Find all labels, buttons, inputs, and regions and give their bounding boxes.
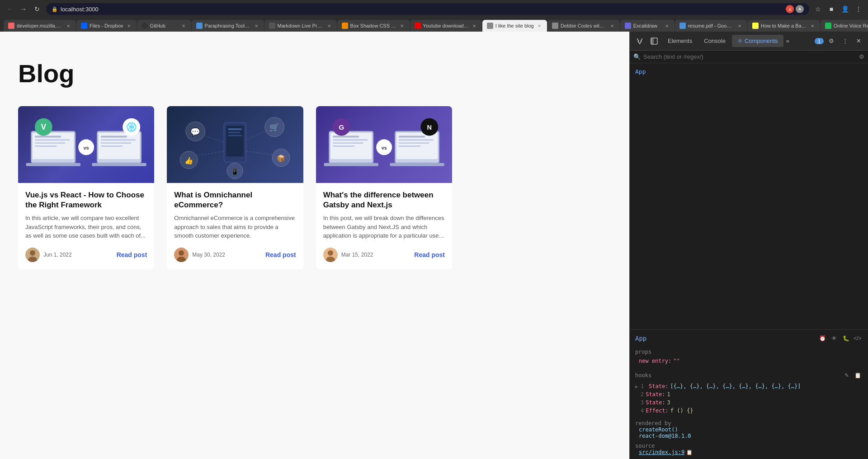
- blog-grid: V vs: [18, 106, 452, 269]
- tab-excalidraw[interactable]: Excalidraw ✕: [620, 20, 675, 32]
- svg-text:👍: 👍: [184, 156, 193, 165]
- tab-close-boxshadow[interactable]: ✕: [399, 23, 405, 29]
- tab-close-paraphrase[interactable]: ✕: [253, 23, 259, 29]
- tab-close-markdown[interactable]: ✕: [326, 23, 332, 29]
- tab-close-siteblog[interactable]: ✕: [536, 23, 542, 29]
- dt-hooks-header: hooks ✎ 📋: [630, 369, 868, 382]
- tab-close-resume[interactable]: ✕: [736, 23, 743, 29]
- svg-line-43: [198, 151, 224, 156]
- card-title-3: What's the difference between Gatsby and…: [323, 190, 445, 210]
- svg-rect-15: [101, 139, 136, 141]
- dt-tree-app[interactable]: App: [630, 67, 868, 76]
- nav-buttons: ← → ↻: [4, 3, 43, 15]
- devtools-badge: 1: [815, 38, 824, 44]
- card-image-1: V vs: [18, 106, 154, 183]
- devtools-more-button[interactable]: ⋮: [839, 35, 851, 47]
- svg-rect-16: [101, 142, 132, 144]
- tab-close-github[interactable]: ✕: [180, 23, 187, 29]
- dt-hook-value-2: 1: [667, 391, 670, 398]
- read-post-link-3[interactable]: Read post: [414, 251, 445, 258]
- profile-icon[interactable]: 👤: [839, 3, 851, 15]
- dt-hooks-label: hooks: [635, 372, 651, 379]
- dt-inspector-eye-icon[interactable]: 👁: [829, 333, 839, 343]
- tab-github[interactable]: GitHub ✕: [137, 20, 191, 32]
- tab-close-dropbox[interactable]: ✕: [126, 23, 132, 29]
- dt-source-label: source: [635, 443, 863, 449]
- tab-boxshadow[interactable]: Box Shadow CSS G… ✕: [337, 20, 410, 32]
- card-date-3: Mar 15, 2022: [341, 252, 373, 258]
- devtools-tab-more[interactable]: »: [784, 35, 791, 47]
- card-footer-2: May 30, 2022 Read post: [174, 248, 296, 262]
- tab-paraphrase[interactable]: Paraphrasing Tool |… ✕: [192, 20, 264, 32]
- shield-icon: ⚔: [786, 5, 794, 13]
- tab-favicon-excalidraw: [625, 23, 631, 29]
- dt-hooks-copy-icon[interactable]: 📋: [853, 370, 863, 380]
- address-bar[interactable]: 🔒 localhost:3000 ⚔ A: [46, 3, 809, 15]
- tab-favicon-howto: [752, 23, 759, 29]
- search-settings-icon[interactable]: ⚙: [859, 53, 864, 60]
- read-post-link-2[interactable]: Read post: [265, 251, 296, 258]
- dt-inspector-time-icon[interactable]: ⏰: [817, 333, 827, 343]
- forward-button[interactable]: →: [17, 3, 30, 15]
- tab-label-resume: resume.pdf - Googl…: [688, 23, 734, 28]
- tab-label-mozilla: developer.mozilla.org: [17, 23, 63, 28]
- dt-source-value[interactable]: src/index.js:9: [635, 449, 684, 455]
- tab-debbie[interactable]: Debbie Codes with… ✕: [547, 20, 620, 32]
- svg-rect-3: [35, 136, 61, 138]
- tab-label-excalidraw: Excalidraw: [633, 23, 661, 28]
- tab-label-markdown: Markdown Live Pre…: [278, 23, 324, 28]
- svg-text:📱: 📱: [231, 168, 239, 176]
- svg-rect-30: [228, 135, 242, 136]
- back-button[interactable]: ←: [4, 3, 16, 15]
- devtools-tab-components[interactable]: ⚛Components: [732, 35, 783, 47]
- svg-rect-72: [651, 38, 654, 44]
- dt-inspector-code-icon[interactable]: </>: [853, 333, 863, 343]
- tab-howto[interactable]: How to Make a Bac… ✕: [748, 20, 820, 32]
- svg-text:📦: 📦: [277, 154, 286, 163]
- tab-close-mozilla[interactable]: ✕: [65, 23, 71, 29]
- tab-markdown[interactable]: Markdown Live Pre… ✕: [264, 20, 337, 32]
- author-avatar-3: [323, 248, 338, 262]
- tab-favicon-mozilla: [8, 23, 14, 29]
- devtools-tab-elements[interactable]: Elements: [662, 35, 698, 47]
- card-excerpt-1: In this article, we will compare two exc…: [25, 214, 147, 240]
- tab-youtube[interactable]: Youtube download… ✕: [410, 20, 482, 32]
- tab-close-youtube[interactable]: ✕: [471, 23, 477, 29]
- devtools-inspect-button[interactable]: [633, 35, 646, 47]
- svg-rect-50: [324, 163, 378, 166]
- devtools-settings-button[interactable]: ⚙: [826, 35, 837, 47]
- dt-expand-arrow-1[interactable]: ▶: [635, 384, 638, 389]
- dt-source-copy-icon[interactable]: 📋: [686, 450, 693, 455]
- read-post-link-1[interactable]: Read post: [117, 251, 147, 258]
- tab-resume[interactable]: resume.pdf - Googl… ✕: [675, 20, 747, 32]
- card-excerpt-2: Omnichannel eCommerce is a comprehensive…: [174, 214, 296, 240]
- menu-icon[interactable]: ⋮: [853, 3, 864, 15]
- dt-hooks-icons: ✎ 📋: [842, 370, 863, 380]
- tab-siteblog[interactable]: I like the site blog ✕: [482, 20, 547, 32]
- tab-close-debbie[interactable]: ✕: [609, 23, 615, 29]
- tab-close-excalidraw[interactable]: ✕: [664, 23, 670, 29]
- tab-close-howto[interactable]: ✕: [809, 23, 816, 29]
- devtools-tab-console[interactable]: Console: [698, 35, 731, 47]
- bookmarks-icon[interactable]: ☆: [812, 3, 824, 15]
- tab-label-boxshadow: Box Shadow CSS G…: [350, 23, 396, 28]
- tab-favicon-siteblog: [487, 23, 493, 29]
- tab-dropbox[interactable]: Files - Dropbox ✕: [76, 20, 137, 32]
- dt-rendered-by-reactdom: react-dom@18.1.0: [635, 433, 863, 439]
- devtools-dock-button[interactable]: [648, 35, 660, 47]
- devtools-search-input[interactable]: [643, 53, 856, 60]
- tab-voicerec[interactable]: Online Voice Recor… ✕: [821, 20, 868, 32]
- tab-mozilla[interactable]: developer.mozilla.org ✕: [4, 20, 76, 32]
- blog-card-1: V vs: [18, 106, 154, 269]
- devtools-close-button[interactable]: ✕: [853, 35, 864, 47]
- devtools-right-controls: 1 ⚙ ⋮ ✕: [815, 35, 864, 47]
- dt-inspector-bug-icon[interactable]: 🐛: [841, 333, 851, 343]
- dt-hooks-edit-icon[interactable]: ✎: [842, 370, 852, 380]
- tab-label-siteblog: I like the site blog: [495, 23, 534, 28]
- svg-text:G: G: [339, 123, 344, 131]
- svg-rect-54: [333, 145, 355, 147]
- reload-button[interactable]: ↻: [31, 3, 43, 15]
- extensions-icon[interactable]: ■: [826, 3, 837, 15]
- lock-icon: 🔒: [52, 6, 58, 12]
- dt-hook-row-3: 3 State: 3: [630, 398, 868, 407]
